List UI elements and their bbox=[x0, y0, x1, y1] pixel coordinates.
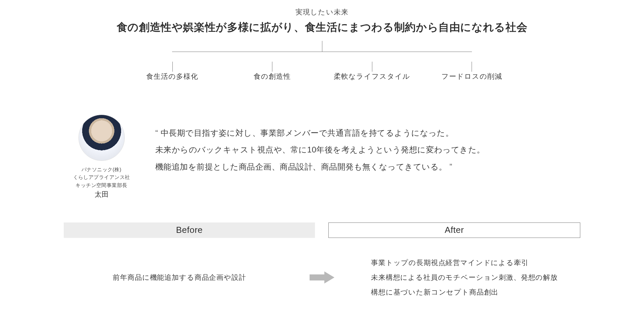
pillar-1: 食生活の多様化 bbox=[122, 62, 222, 81]
pillar-4: フードロスの削減 bbox=[422, 62, 522, 81]
before-text: 前年商品に機能追加する商品企画や設計 bbox=[64, 273, 295, 282]
vision-block: 実現したい未来 食の創造性や娯楽性が多様に拡がり、食生活にまつわる制約から自由に… bbox=[0, 7, 644, 81]
profile-card: パナソニック(株) くらしアプライアンス社 キッチン空間事業部長 太田 bbox=[64, 115, 139, 199]
quote-text-3: 機能追加を前提とした商品企画、商品設計、商品開発も無くなってきている。 bbox=[155, 162, 447, 171]
after-column: 事業トップの長期視点経営マインドによる牽引 未来構想による社員のモチベーション刺… bbox=[349, 255, 580, 300]
before-after-headers: Before After bbox=[64, 222, 580, 238]
vision-headline: 食の創造性や娯楽性が多様に拡がり、食生活にまつわる制約から自由になれる社会 bbox=[0, 20, 644, 35]
after-header: After bbox=[328, 222, 580, 238]
quote-line-2: 未来からのバックキャスト視点や、常に10年後を考えようという発想に変わってきた。 bbox=[155, 141, 580, 158]
pillar-3: 柔軟なライフスタイル bbox=[322, 62, 422, 81]
profile-company: パナソニック(株) bbox=[64, 166, 139, 173]
before-after-block: Before After 前年商品に機能追加する商品企画や設計 事業トップの長期… bbox=[64, 222, 580, 300]
profile-org-1: くらしアプライアンス社 bbox=[64, 173, 139, 181]
vision-label: 実現したい未来 bbox=[0, 7, 644, 17]
quote-text-1: 中長期で目指す姿に対し、事業部メンバーで共通言語を持てるようになった。 bbox=[161, 128, 454, 137]
after-list: 事業トップの長期視点経営マインドによる牽引 未来構想による社員のモチベーション刺… bbox=[349, 255, 580, 300]
after-item-3: 構想に基づいた新コンセプト商品創出 bbox=[371, 285, 580, 300]
before-header: Before bbox=[64, 222, 315, 238]
avatar bbox=[78, 115, 125, 161]
quote-line-3: 機能追加を前提とした商品企画、商品設計、商品開発も無くなってきている。 ” bbox=[155, 158, 580, 175]
tree-connector-vertical bbox=[322, 41, 322, 52]
page: 実現したい未来 食の創造性や娯楽性が多様に拡がり、食生活にまつわる制約から自由に… bbox=[0, 0, 644, 300]
arrow-right-icon bbox=[309, 271, 335, 283]
svg-marker-0 bbox=[310, 271, 334, 283]
quote-block: “ 中長期で目指す姿に対し、事業部メンバーで共通言語を持てるようになった。 未来… bbox=[155, 115, 580, 175]
pillar-2: 食の創造性 bbox=[222, 62, 322, 81]
pillar-row: 食生活の多様化 食の創造性 柔軟なライフスタイル フードロスの削減 bbox=[122, 62, 522, 81]
quote-text-2: 未来からのバックキャスト視点や、常に10年後を考えようという発想に変わってきた。 bbox=[155, 145, 485, 154]
after-item-2: 未来構想による社員のモチベーション刺激、発想の解放 bbox=[371, 270, 580, 285]
tree-connector-row bbox=[122, 52, 522, 62]
profile-name: 太田 bbox=[64, 190, 139, 199]
before-after-body: 前年商品に機能追加する商品企画や設計 事業トップの長期視点経営マインドによる牽引… bbox=[64, 255, 580, 300]
quote-line-1: “ 中長期で目指す姿に対し、事業部メンバーで共通言語を持てるようになった。 bbox=[155, 125, 580, 141]
quote-open-icon: “ bbox=[155, 128, 161, 137]
tree-connector-horizontal bbox=[172, 52, 472, 52]
vision-tree: 食生活の多様化 食の創造性 柔軟なライフスタイル フードロスの削減 bbox=[122, 41, 522, 81]
profile-org-2: キッチン空間事業部長 bbox=[64, 181, 139, 189]
profile-quote-row: パナソニック(株) くらしアプライアンス社 キッチン空間事業部長 太田 “ 中長… bbox=[64, 115, 580, 199]
quote-close-icon: ” bbox=[447, 162, 452, 171]
after-item-1: 事業トップの長期視点経営マインドによる牽引 bbox=[371, 255, 580, 270]
before-column: 前年商品に機能追加する商品企画や設計 bbox=[64, 273, 295, 282]
